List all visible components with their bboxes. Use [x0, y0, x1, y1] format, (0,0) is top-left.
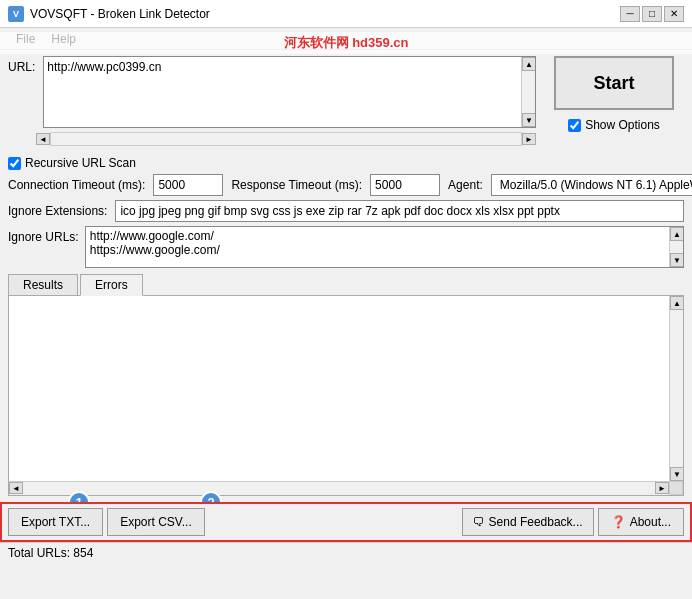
results-scroll-left[interactable]: ◄ — [9, 482, 23, 494]
about-label: About... — [630, 515, 671, 529]
ignore-extensions-input[interactable] — [115, 200, 684, 222]
url-input-wrapper: ▲ ▼ — [43, 56, 536, 128]
bottom-toolbar: Export TXT... Export CSV... 🗨 Send Feedb… — [0, 502, 692, 542]
ignore-urls-label: Ignore URLs: — [8, 226, 79, 244]
ignore-urls-area-wrapper: ▲ ▼ — [85, 226, 684, 268]
start-section: Start Show Options — [544, 56, 684, 132]
results-scroll-down[interactable]: ▼ — [670, 467, 684, 481]
menu-help[interactable]: Help — [43, 30, 84, 48]
ignore-extensions-row: Ignore Extensions: — [8, 200, 684, 222]
main-content: URL: ▲ ▼ ◄ ► Start — [0, 50, 692, 502]
url-scroll-right[interactable]: ► — [522, 133, 536, 145]
url-scroll-left[interactable]: ◄ — [36, 133, 50, 145]
connection-timeout-input[interactable] — [153, 174, 223, 196]
menu-file[interactable]: File — [8, 30, 43, 48]
agent-select[interactable]: Mozilla/5.0 (Windows NT 6.1) AppleWebKit… — [491, 174, 692, 196]
ignore-urls-wrapper: Ignore URLs: ▲ ▼ — [8, 226, 684, 268]
feedback-label: Send Feedback... — [489, 515, 583, 529]
results-scroll-up[interactable]: ▲ — [670, 296, 684, 310]
ignore-urls-input[interactable] — [86, 227, 669, 267]
close-button[interactable]: ✕ — [664, 6, 684, 22]
tabs: Results Errors — [8, 274, 684, 296]
results-scrollbar-v[interactable]: ▲ ▼ — [669, 296, 683, 481]
window-title: VOVSQFT - Broken Link Detector — [30, 7, 210, 21]
export-csv-button[interactable]: Export CSV... — [107, 508, 205, 536]
url-scroll-up[interactable]: ▲ — [522, 57, 536, 71]
url-scroll-down[interactable]: ▼ — [522, 113, 536, 127]
url-label: URL: — [8, 56, 35, 74]
title-bar: V VOVSQFT - Broken Link Detector 河东软件网 h… — [0, 0, 692, 28]
feedback-icon: 🗨 — [473, 515, 485, 529]
ignore-extensions-label: Ignore Extensions: — [8, 204, 107, 218]
recursive-checkbox[interactable] — [8, 157, 21, 170]
show-options-label: Show Options — [585, 118, 660, 132]
connection-timeout-label: Connection Timeout (ms): — [8, 178, 145, 192]
ignore-urls-scrollbar-v[interactable]: ▲ ▼ — [669, 227, 683, 267]
url-scrollbar-v[interactable]: ▲ ▼ — [521, 57, 535, 127]
response-timeout-label: Response Timeout (ms): — [231, 178, 362, 192]
status-text: Total URLs: 854 — [8, 546, 93, 560]
results-area: ▲ ▼ ◄ ► — [8, 296, 684, 496]
recursive-row: Recursive URL Scan — [8, 156, 684, 170]
tab-results[interactable]: Results — [8, 274, 78, 295]
maximize-button[interactable]: □ — [642, 6, 662, 22]
recursive-label: Recursive URL Scan — [25, 156, 136, 170]
menu-bar: File Help — [0, 28, 692, 50]
results-scrollbar-h[interactable]: ◄ ► — [9, 481, 669, 495]
ignore-urls-scroll-down[interactable]: ▼ — [670, 253, 684, 267]
url-input[interactable] — [44, 57, 521, 127]
minimize-button[interactable]: ─ — [620, 6, 640, 22]
agent-label: Agent: — [448, 178, 483, 192]
send-feedback-button[interactable]: 🗨 Send Feedback... — [462, 508, 594, 536]
export-txt-button[interactable]: Export TXT... — [8, 508, 103, 536]
about-button[interactable]: ❓ About... — [598, 508, 684, 536]
about-icon: ❓ — [611, 515, 626, 529]
start-button[interactable]: Start — [554, 56, 674, 110]
app-icon: V — [8, 6, 24, 22]
bottom-toolbar-container: 1 2 Export TXT... Export CSV... 🗨 Send F… — [0, 502, 692, 542]
status-bar: Total URLs: 854 — [0, 542, 692, 562]
response-timeout-input[interactable] — [370, 174, 440, 196]
ignore-urls-scroll-up[interactable]: ▲ — [670, 227, 684, 241]
url-scrollbar-h — [50, 132, 522, 146]
show-options-checkbox[interactable] — [568, 119, 581, 132]
results-scroll-right[interactable]: ► — [655, 482, 669, 494]
timeout-row: Connection Timeout (ms): Response Timeou… — [8, 174, 684, 196]
tab-errors[interactable]: Errors — [80, 274, 143, 296]
